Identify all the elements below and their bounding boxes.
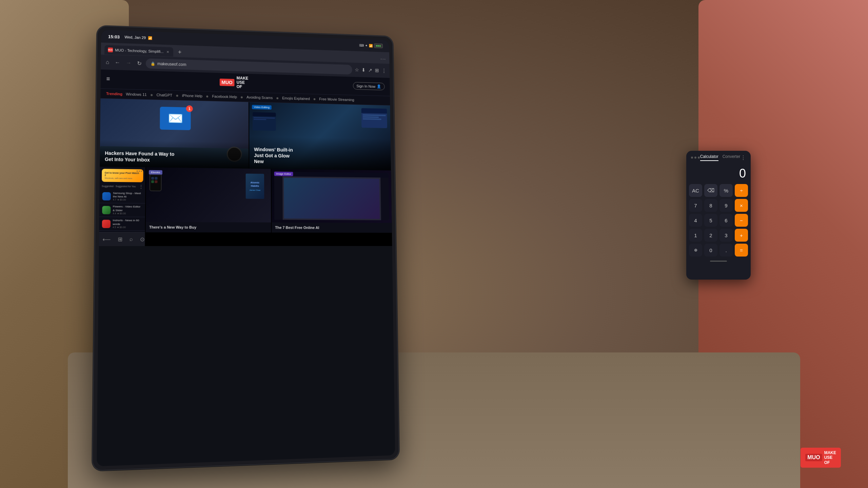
- suggestion-item-samsung[interactable]: Samsung Shop - Meet the New AI 4.7 ★ $0.…: [99, 189, 145, 203]
- trending-item-facebook[interactable]: Facebook Help: [212, 94, 237, 99]
- article-grid-bottom: Atomic Habits James Clear Ebooks There's…: [145, 167, 392, 246]
- url-text: makeuseof.com: [157, 61, 186, 67]
- bottom-search-btn[interactable]: ⌕: [126, 235, 136, 244]
- flowers-app-icon: [102, 206, 111, 214]
- watermark-line3: OF: [824, 460, 836, 465]
- trending-item-iphone[interactable]: iPhone Help: [182, 93, 202, 98]
- calc-btn-2[interactable]: 2: [704, 229, 717, 242]
- calc-btn-1[interactable]: 1: [689, 229, 702, 242]
- calc-btn-4[interactable]: 4: [689, 214, 702, 227]
- download-button[interactable]: ⬇: [361, 67, 366, 73]
- watch-card-subtitle: Shortcuts, self-care and more: [105, 177, 141, 179]
- calc-btn-divide[interactable]: ÷: [735, 184, 748, 197]
- extensions-button[interactable]: ⊞: [375, 67, 379, 73]
- bookmark-button[interactable]: ☆: [355, 67, 359, 73]
- trending-separator-3: ●: [206, 93, 209, 99]
- ebook-title: Atomic Habits: [247, 181, 263, 188]
- windows-article-card[interactable]: Video Editing Windows' Built-inJust Got …: [249, 102, 391, 170]
- suggestions-header-row: Suggested · Suggested for You ⋮: [100, 183, 145, 190]
- bottom-apps-btn[interactable]: ⊙: [136, 235, 145, 244]
- calc-btn-add[interactable]: +: [735, 229, 748, 242]
- video-editing-badge: Video Editing: [252, 105, 272, 109]
- calc-dot-3: [698, 157, 700, 159]
- watch-card-dots: [137, 170, 142, 171]
- email-article-card[interactable]: ✉️ 1 Hackers Have Found a Way toGet Into…: [100, 98, 249, 168]
- suggestion-item-inshorts[interactable]: Inshorts - News in 60 words 4.5 ★ $0.00: [99, 217, 145, 231]
- logo-text: MAKE USE OF: [237, 76, 249, 89]
- calc-btn-8[interactable]: 8: [704, 199, 717, 212]
- calculator-tab[interactable]: Calculator: [700, 154, 718, 161]
- trending-separator-2: ●: [176, 93, 179, 98]
- refresh-button[interactable]: ↻: [136, 59, 143, 68]
- calc-btn-3[interactable]: 3: [719, 229, 733, 242]
- calculator-tabs: Calculator Converter: [700, 154, 741, 161]
- calculator-top-bar: Calculator Converter ⋮: [686, 151, 751, 163]
- calc-btn-6[interactable]: 6: [719, 214, 733, 227]
- sign-in-button[interactable]: Sign In Now 👤: [353, 82, 385, 90]
- trending-item-chatgpt[interactable]: ChatGPT: [157, 93, 173, 97]
- back-button[interactable]: ←: [113, 58, 122, 67]
- calc-btn-percent[interactable]: %: [719, 184, 733, 197]
- suggestions-header: Suggested · Suggested for You ⋮: [102, 184, 143, 189]
- windows-article-overlay: Windows' Built-inJust Got a GlowNew: [249, 136, 391, 170]
- suggestions-label: Suggested · Suggested for You: [102, 185, 136, 188]
- forward-button[interactable]: →: [124, 58, 133, 67]
- samsung-app-meta: 4.7 ★ $0.00: [113, 199, 142, 202]
- trending-item-scams[interactable]: Avoiding Scams: [246, 95, 273, 100]
- calc-dot-2: [694, 157, 696, 159]
- calc-btn-decimal[interactable]: .: [719, 244, 733, 257]
- calculator-more-button[interactable]: ⋮: [741, 155, 746, 161]
- inshorts-app-icon: [102, 220, 111, 228]
- bottom-back-btn[interactable]: ⟵: [99, 235, 114, 244]
- logo-box: MUO: [219, 79, 234, 86]
- calc-btn-9[interactable]: 9: [719, 199, 733, 212]
- calc-btn-backspace[interactable]: ⌫: [704, 184, 717, 197]
- tab-favicon: MUO: [108, 47, 113, 52]
- ebooks-article-title: There's a New Way to Buy: [149, 225, 268, 230]
- bottom-grid-btn[interactable]: ⊞: [114, 235, 126, 244]
- tablet-screen: 15:03 Wed, Jan 29 📶 ⌨ ✦ 📶 ■■■ MUO: [97, 30, 395, 466]
- calc-btn-multiply[interactable]: ×: [735, 199, 748, 212]
- browser-menu-button[interactable]: ⋮: [381, 68, 386, 74]
- watermark-line2: USE: [824, 455, 836, 460]
- email-badge: 1: [186, 105, 193, 112]
- tab-menu-button[interactable]: ···: [380, 56, 386, 62]
- samsung-app-info: Samsung Shop - Meet the New AI 4.7 ★ $0.…: [113, 191, 142, 202]
- share-button[interactable]: ↗: [368, 67, 372, 73]
- ebooks-article-bg: Atomic Habits James Clear Ebooks: [146, 167, 271, 222]
- suggestion-item-flowers[interactable]: Flowers - Video Editor & Slider 4.4 ★ $0…: [99, 203, 145, 217]
- new-tab-button[interactable]: +: [175, 48, 184, 56]
- trending-item-emojis[interactable]: Emojis Explained: [282, 96, 310, 101]
- watch-card-title: Get to know your Pixel Watch 2: [105, 171, 141, 177]
- samsung-app-name: Samsung Shop - Meet the New AI: [113, 191, 142, 199]
- tablet: 15:03 Wed, Jan 29 📶 ⌨ ✦ 📶 ■■■ MUO: [92, 26, 399, 471]
- calc-btn-equals[interactable]: =: [735, 244, 748, 257]
- trending-separator-4: ●: [240, 94, 243, 100]
- ssl-lock-icon: 🔒: [151, 61, 155, 66]
- calc-btn-5[interactable]: 5: [704, 214, 717, 227]
- pixel-watch-card: Get to know your Pixel Watch 2 Shortcuts…: [102, 169, 143, 182]
- bluetooth-icon: ✦: [365, 44, 368, 47]
- calc-btn-subtract[interactable]: −: [735, 214, 748, 227]
- trending-item-movies[interactable]: Free Movie Streaming: [319, 97, 354, 102]
- image-editor-article-title: The 7 Best Free Online AI: [275, 225, 389, 230]
- muo-watermark: MUO MAKE USE OF: [801, 448, 841, 468]
- calc-btn-7[interactable]: 7: [689, 199, 702, 212]
- home-button[interactable]: ⌂: [104, 58, 111, 67]
- suggestions-more[interactable]: ⋮: [139, 184, 143, 189]
- flowers-app-meta: 4.4 ★ $0.00: [113, 212, 142, 215]
- calc-btn-ac[interactable]: AC: [689, 184, 702, 197]
- image-editor-article-card[interactable]: Image Editor The 7 Best Free Online AI: [272, 169, 392, 246]
- status-time: 15:03: [108, 34, 120, 39]
- trending-item-windows11[interactable]: Windows 11: [126, 92, 146, 96]
- tab-close-button[interactable]: ✕: [166, 50, 170, 54]
- email-article-title: Hackers Have Found a Way toGet Into Your…: [105, 150, 244, 164]
- status-date: Wed, Jan 29: [124, 35, 146, 40]
- ebooks-article-card[interactable]: Atomic Habits James Clear Ebooks There's…: [145, 167, 271, 246]
- calculator-number: 0: [739, 166, 746, 180]
- hamburger-menu[interactable]: ≡: [106, 76, 110, 83]
- status-icons: ⌨ ✦ 📶 ■■■: [359, 43, 383, 48]
- calc-btn-special[interactable]: ⊕: [689, 244, 702, 257]
- converter-tab[interactable]: Converter: [723, 154, 741, 161]
- calc-btn-0[interactable]: 0: [704, 244, 717, 257]
